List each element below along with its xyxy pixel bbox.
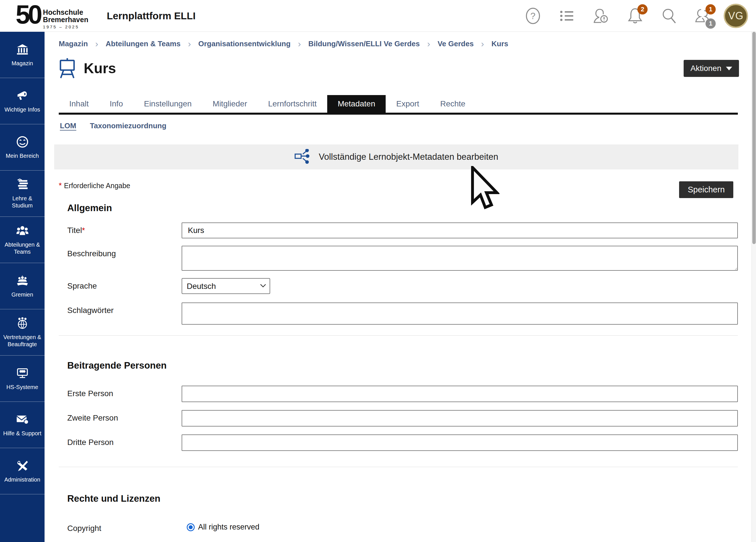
save-button[interactable]: Speichern [679, 181, 733, 198]
notification-bell-icon[interactable]: 2 [627, 7, 643, 25]
logo-anniversary-number: 50 [16, 2, 40, 27]
titel-input[interactable] [182, 222, 738, 238]
copyright-radio-label: All rights reserved [198, 523, 259, 532]
section-divider [59, 335, 738, 336]
sidebar-item-label: Gremien [11, 291, 33, 298]
monitor-icon: *** [16, 367, 29, 381]
contacts-badge-total: 1 [705, 18, 716, 29]
user-status-icon[interactable] [593, 7, 609, 25]
tab-info[interactable]: Info [99, 95, 134, 113]
tools-icon [16, 459, 29, 473]
books-icon [16, 178, 29, 192]
beschreibung-label: Beschreibung [59, 246, 182, 258]
schlagwoerter-label: Schlagwörter [59, 302, 182, 315]
help-icon[interactable]: ? [525, 7, 541, 25]
tab-mitglieder[interactable]: Mitglieder [202, 95, 257, 113]
section-heading-beitragende-personen: Beitragende Personen [67, 360, 738, 371]
sidebar-item-label: Administration [4, 476, 40, 483]
dritte-person-label: Dritte Person [59, 434, 182, 447]
logo-years: 1975 – 2025 [43, 24, 88, 29]
titel-label: Titel* [59, 222, 182, 235]
breadcrumb-organisationsentwicklung[interactable]: Organisationsentwicklung [198, 39, 291, 48]
breadcrumb-ve-gerdes[interactable]: Ve Gerdes [438, 39, 474, 48]
tab-inhalt[interactable]: Inhalt [59, 95, 99, 113]
tab-einstellungen[interactable]: Einstellungen [133, 95, 202, 113]
bank-icon [16, 43, 29, 57]
sidebar-item-administration[interactable]: Administration [0, 448, 45, 494]
breadcrumb-magazin[interactable]: Magazin [59, 39, 88, 48]
sprache-select[interactable]: Deutsch [182, 278, 270, 294]
breadcrumb-abteilungen-teams[interactable]: Abteilungen & Teams [106, 39, 180, 48]
copyright-radio-all-rights-reserved[interactable] [187, 523, 195, 531]
app-title: Lernplattform ELLI [107, 10, 196, 22]
mail-question-icon: ? [16, 413, 29, 427]
sidebar-item-hilfe-support[interactable]: ? Hilfe & Support [0, 402, 45, 448]
erste-person-label: Erste Person [59, 386, 182, 398]
tab-lernfortschritt[interactable]: Lernfortschritt [258, 95, 327, 113]
required-asterisk: * [82, 226, 85, 235]
sidebar-item-label: Abteilungen & Teams [2, 241, 43, 255]
logo-line1: Hochschule [43, 9, 88, 16]
main-sidebar: Magazin Wichtige Infos Mein Bereich Lehr… [0, 32, 45, 542]
edit-full-metadata-banner[interactable]: Vollständige Lernobjekt-Metadaten bearbe… [54, 144, 738, 169]
erste-person-input[interactable] [182, 386, 738, 402]
sidebar-item-hs-systeme[interactable]: *** HS-Systeme [0, 356, 45, 402]
dritte-person-input[interactable] [182, 434, 738, 451]
contacts-icon[interactable]: 1 1 [695, 7, 711, 25]
tab-export[interactable]: Export [386, 95, 430, 113]
breadcrumb-bildung-wissen[interactable]: Bildung/Wissen/ELLI Ve Gerdes [308, 39, 420, 48]
committee-icon [16, 274, 29, 288]
breadcrumb-kurs[interactable]: Kurs [492, 39, 508, 48]
todo-list-icon[interactable] [559, 7, 575, 25]
top-header: 50 Hochschule Bremerhaven 1975 – 2025 Le… [0, 0, 756, 32]
sidebar-item-label: Magazin [12, 60, 33, 67]
hochschule-bremerhaven-logo[interactable]: 50 Hochschule Bremerhaven 1975 – 2025 [16, 2, 88, 29]
sidebar-item-magazin[interactable]: Magazin [0, 32, 45, 78]
subtab-lom[interactable]: LOM [60, 121, 76, 130]
vertical-scrollbar-track [751, 32, 756, 542]
people-group-icon [16, 224, 29, 238]
user-avatar[interactable]: VG [724, 4, 748, 28]
section-heading-rechte-lizenzen: Rechte und Lizenzen [67, 493, 738, 504]
required-asterisk: * [59, 181, 62, 190]
actions-button[interactable]: Aktionen [684, 60, 739, 77]
vertical-scrollbar-thumb[interactable] [752, 32, 756, 244]
sidebar-item-label: Lehre & Studium [2, 195, 43, 209]
copyright-label: Copyright [59, 520, 182, 533]
banner-label: Vollständige Lernobjekt-Metadaten bearbe… [319, 152, 498, 162]
sidebar-item-lehre-studium[interactable]: Lehre & Studium [0, 171, 45, 217]
zweite-person-label: Zweite Person [59, 410, 182, 423]
zweite-person-input[interactable] [182, 410, 738, 427]
beschreibung-textarea[interactable] [182, 246, 738, 271]
svg-text:?: ? [25, 420, 27, 424]
tab-metadaten[interactable]: Metadaten [327, 95, 386, 113]
main-content: Magazin› Abteilungen & Teams› Organisati… [45, 32, 751, 542]
schlagwoerter-input[interactable] [182, 302, 738, 325]
chevron-down-icon [726, 67, 732, 70]
logo-line2: Bremerhaven [43, 16, 88, 23]
required-field-note: *Erforderliche Angabe [59, 181, 130, 190]
search-icon[interactable] [661, 7, 677, 25]
contacts-badge-new: 1 [705, 4, 716, 14]
svg-text:***: *** [20, 369, 25, 374]
sidebar-item-label: HS-Systeme [6, 384, 38, 391]
sprache-label: Sprache [59, 278, 182, 291]
metadata-subtabs: LOM Taxonomiezuordnung [59, 121, 738, 130]
sidebar-item-wichtige-infos[interactable]: Wichtige Infos [0, 78, 45, 124]
sidebar-item-mein-bereich[interactable]: Mein Bereich [0, 124, 45, 171]
svg-text:?: ? [530, 11, 535, 21]
subtab-taxonomiezuordnung[interactable]: Taxonomiezuordnung [90, 121, 167, 130]
megaphone-icon [16, 89, 29, 103]
sidebar-item-vertretungen-beauftragte[interactable]: Vertretungen & Beauftragte [0, 309, 45, 356]
section-heading-allgemein: Allgemein [67, 203, 738, 213]
smiley-icon [16, 135, 29, 150]
notification-badge: 2 [637, 4, 648, 14]
page-title: Kurs [84, 60, 116, 77]
tab-rechte[interactable]: Rechte [430, 95, 476, 113]
course-board-icon [59, 58, 76, 79]
sidebar-item-gremien[interactable]: Gremien [0, 263, 45, 309]
course-tabs: Inhalt Info Einstellungen Mitglieder Ler… [59, 95, 738, 115]
sidebar-item-abteilungen-teams[interactable]: Abteilungen & Teams [0, 217, 45, 263]
sidebar-item-label: Wichtige Infos [5, 106, 40, 113]
globe-people-icon [16, 317, 29, 331]
